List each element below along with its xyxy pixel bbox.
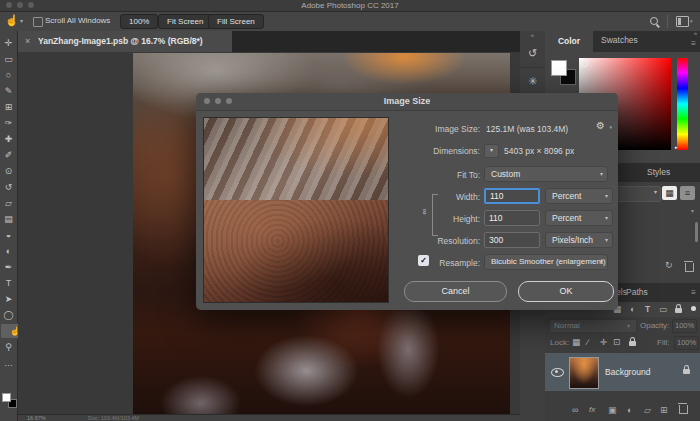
adjustments-panel-icon[interactable]: ✳ [520,68,545,96]
lock-position-icon[interactable]: ✛ [600,337,607,348]
layer-name[interactable]: Background [605,367,650,377]
list-view-button[interactable]: ≡ [680,186,695,200]
history-panel-icon[interactable]: ↺ [520,40,545,68]
image-size-preview[interactable] [203,117,389,303]
height-input[interactable]: 110 [484,210,540,226]
tool-preset-chevron-icon[interactable]: ▾ [20,17,23,24]
brush-tool[interactable]: ✐ [1,147,17,163]
opacity-value[interactable]: 100% [672,319,697,333]
lock-artboard-icon[interactable]: ⊡ [613,337,620,348]
tab-styles[interactable]: Styles [647,163,670,182]
fit-to-select[interactable]: Custom▾ [484,166,608,182]
new-layer-icon[interactable]: ⊞ [660,405,668,415]
lasso-tool[interactable]: ○ [1,67,17,83]
zoom-100-button[interactable]: 100% [120,14,158,29]
status-zoom-level[interactable]: 16.67% [27,415,46,421]
grid-view-button[interactable]: ▦ [662,186,677,200]
library-delete-icon[interactable] [685,263,694,272]
zoom-tool[interactable]: ⚲ [1,339,17,355]
lock-all-icon[interactable] [629,341,636,346]
lock-transparency-icon[interactable]: ▦ [572,337,580,348]
type-tool[interactable]: T [1,275,17,291]
lock-paint-icon[interactable]: ∕ [587,337,588,348]
spot-healing-tool[interactable]: ✚ [1,131,17,147]
layer-style-icon[interactable]: fx [589,405,595,415]
gradient-tool[interactable]: ▤ [1,211,17,227]
expand-panels-icon[interactable]: » [694,30,697,36]
adjustment-layer-icon[interactable]: ◐ [627,405,632,415]
preview-water-region [204,118,388,200]
layer-row-background[interactable]: Background [545,353,700,391]
ok-button[interactable]: OK [518,281,614,302]
search-icon[interactable] [650,17,658,25]
options-divider [667,15,668,28]
resolution-input[interactable]: 300 [484,232,540,248]
preview-rock-region [204,200,388,302]
path-selection-tool[interactable]: ➤ [1,291,17,307]
clone-stamp-tool[interactable]: ⊙ [1,163,17,179]
close-tab-icon[interactable]: × [25,36,30,46]
quick-selection-tool[interactable]: ✎ [1,83,17,99]
layer-visibility-icon[interactable] [551,368,564,377]
resample-select[interactable]: Bicubic Smoother (enlargement)▾ [484,254,608,270]
foreground-color-swatch[interactable] [2,393,11,402]
delete-layer-icon[interactable] [679,405,688,414]
tab-paths[interactable]: Paths [626,283,648,302]
filter-type-layers-icon[interactable]: T [645,304,650,315]
fill-value[interactable]: 100% [674,336,699,350]
blur-tool[interactable]: ◒ [1,227,17,243]
width-label: Width: [396,192,480,202]
layers-panel-menu-icon[interactable]: ≡ [691,288,696,297]
collapse-panels-icon[interactable]: « [520,32,545,38]
status-bar: 16.67% Doc: 103.4M/103.4M [18,414,520,421]
color-fg-bg-swatches[interactable] [551,60,577,86]
cancel-button[interactable]: Cancel [404,281,507,302]
hue-slider-marker[interactable]: ▸ [675,144,678,150]
scroll-all-windows-checkbox[interactable] [33,17,43,27]
eyedropper-tool[interactable]: ✑ [1,115,17,131]
library-scrollbar[interactable] [695,222,698,242]
dimensions-value: 5403 px × 8096 px [504,146,574,156]
new-group-icon[interactable]: ▱ [644,405,651,415]
document-tab[interactable]: × YanZhang-Image1.psb @ 16.7% (RGB/8*) [18,31,232,52]
dialog-titlebar[interactable]: Image Size [196,93,618,111]
document-tab-bar: × YanZhang-Image1.psb @ 16.7% (RGB/8*) [18,31,520,52]
library-select-chevron-icon: ▾ [654,188,657,195]
ellipse-tool[interactable]: ◯ [1,307,17,323]
layers-panel-footer: ∞ fx ▣ ◐ ▱ ⊞ [545,391,700,421]
filter-shape-layers-icon[interactable]: ▭ [659,304,667,315]
layer-thumbnail[interactable] [569,357,599,389]
width-unit-select[interactable]: Percent▾ [545,188,613,204]
layer-mask-icon[interactable]: ▣ [608,405,617,415]
width-input[interactable]: 110 [484,188,540,204]
move-tool[interactable]: ✛ [1,35,17,51]
filter-smart-objects-icon[interactable] [675,308,682,313]
edit-toolbar-button[interactable]: … [1,355,17,371]
dodge-tool[interactable]: ◐ [1,243,17,259]
dialog-gear-icon[interactable]: ⚙ [596,120,605,131]
hue-slider[interactable]: ▸ [677,58,688,150]
filter-toggle-icon[interactable] [691,306,696,311]
fit-screen-button[interactable]: Fit Screen [158,14,212,29]
foreground-background-colors[interactable] [2,393,16,407]
history-brush-tool[interactable]: ↺ [1,179,17,195]
fill-screen-button[interactable]: Fill Screen [208,14,264,29]
tab-color[interactable]: Color [545,31,593,52]
color-panel-menu-icon[interactable]: ≡ [691,39,696,48]
foreground-color-swatch-large[interactable] [551,60,567,76]
marquee-tool[interactable]: ▭ [1,51,17,67]
resolution-unit-select[interactable]: Pixels/Inch▾ [545,232,613,248]
blend-mode-select[interactable]: Normal [549,319,637,333]
crop-tool[interactable]: ⊞ [1,99,17,115]
workspace-icon[interactable] [676,16,689,27]
height-unit-select[interactable]: Percent▾ [545,210,613,226]
library-sync-icon[interactable]: ↻ [665,260,673,270]
filter-adjustment-layers-icon[interactable]: ◐ [630,304,635,315]
pen-tool[interactable]: ✒ [1,259,17,275]
tab-swatches[interactable]: Swatches [601,31,638,50]
color-picker-marker[interactable] [581,60,588,67]
dimensions-unit-button[interactable]: ▾ [484,144,499,158]
resample-label: Resample: [412,258,480,268]
link-layers-icon[interactable]: ∞ [572,405,578,415]
eraser-tool[interactable]: ▱ [1,195,17,211]
